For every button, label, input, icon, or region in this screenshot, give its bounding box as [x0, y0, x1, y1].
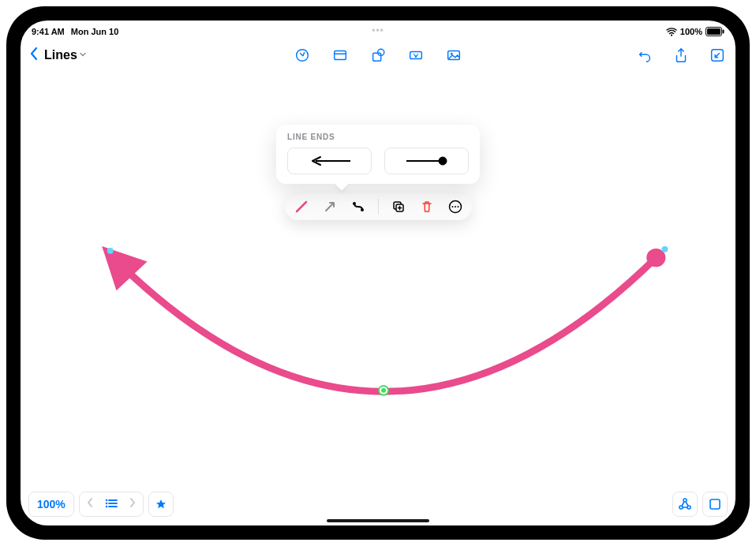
svg-point-0 [671, 34, 672, 36]
chevron-down-icon [79, 50, 87, 60]
image-tool-button[interactable] [443, 45, 464, 65]
present-button[interactable] [702, 492, 728, 517]
next-slide-button[interactable] [127, 497, 138, 511]
paint-tool-button[interactable] [292, 45, 313, 65]
svg-rect-2 [707, 28, 720, 35]
slide-tool-button[interactable] [330, 45, 350, 65]
svg-point-27 [451, 206, 453, 208]
svg-point-14 [381, 388, 386, 393]
shape-tool-button[interactable] [368, 45, 388, 65]
duplicate-button[interactable] [390, 198, 407, 215]
delete-button[interactable] [418, 198, 436, 215]
bottom-bar: 100% [28, 491, 728, 518]
zoom-value: 100% [37, 498, 65, 510]
svg-line-18 [297, 202, 306, 211]
line-end-start-button[interactable] [287, 148, 372, 174]
zoom-level[interactable]: 100% [28, 492, 74, 517]
svg-point-30 [106, 499, 108, 502]
undo-button[interactable] [634, 45, 655, 65]
status-battery: 100% [680, 27, 702, 36]
selection-handle-end[interactable] [661, 246, 668, 252]
svg-rect-7 [373, 53, 381, 61]
document-title-text: Lines [44, 48, 77, 62]
app-toolbar: Lines [21, 39, 735, 71]
svg-point-32 [106, 503, 108, 505]
wifi-icon [666, 28, 677, 36]
battery-icon [705, 27, 724, 36]
stroke-style-button[interactable] [293, 198, 310, 215]
more-button[interactable] [447, 198, 464, 215]
svg-point-37 [679, 506, 683, 509]
share-button[interactable] [671, 45, 691, 65]
selection-handle-start[interactable] [107, 248, 114, 254]
connector-line[interactable] [112, 256, 657, 392]
line-end-finish-button[interactable] [384, 148, 469, 174]
back-button[interactable] [28, 46, 39, 65]
line-ends-popover: LINE ENDS [276, 125, 480, 184]
svg-point-21 [361, 208, 364, 211]
favorite-button[interactable] [148, 492, 174, 517]
svg-point-17 [439, 157, 447, 165]
slide-navigator [79, 492, 144, 517]
svg-line-19 [326, 204, 333, 211]
status-time: 9:41 AM [32, 27, 65, 36]
home-indicator[interactable] [327, 519, 429, 522]
svg-point-29 [457, 206, 458, 208]
multitask-dots-icon[interactable]: ••• [372, 25, 384, 36]
svg-rect-39 [710, 499, 720, 509]
selection-handle-mid[interactable] [379, 386, 388, 395]
svg-rect-5 [335, 51, 346, 60]
connection-style-button[interactable] [350, 198, 367, 215]
context-pill [285, 193, 472, 220]
edit-button[interactable] [707, 45, 728, 65]
arrow-style-button[interactable] [321, 198, 339, 215]
svg-rect-3 [723, 30, 724, 34]
pill-divider [378, 199, 379, 215]
svg-point-20 [353, 202, 356, 205]
svg-point-34 [106, 506, 108, 508]
status-date: Mon Jun 10 [71, 27, 119, 36]
svg-point-38 [687, 506, 691, 509]
line-ends-title: LINE ENDS [287, 133, 469, 141]
svg-point-36 [683, 499, 687, 502]
document-title[interactable]: Lines [44, 48, 87, 62]
svg-point-28 [455, 206, 456, 208]
collaboration-button[interactable] [672, 492, 698, 517]
textbox-tool-button[interactable] [406, 45, 426, 65]
prev-slide-button[interactable] [84, 497, 95, 511]
slide-list-button[interactable] [103, 497, 119, 511]
